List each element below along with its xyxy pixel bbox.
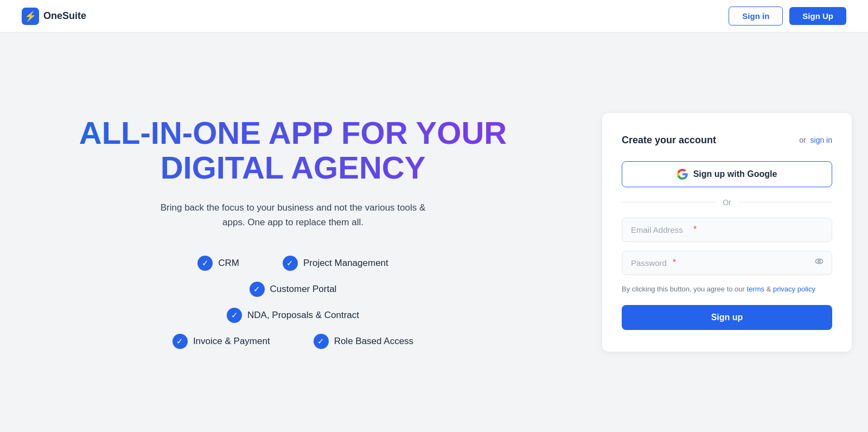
terms-text: By clicking this button, you agree to ou… [622,284,832,295]
feature-row-4: ✓ Invoice & Payment ✓ Role Based Access [173,334,413,349]
feature-label-crm: CRM [218,258,239,269]
hero-subtitle: Bring back the focus to your business an… [152,200,434,230]
divider: Or [622,198,832,207]
feature-nda: ✓ NDA, Proposals & Contract [227,308,359,323]
feature-crm: ✓ CRM [197,256,239,271]
left-section: ALL-IN-ONE APP FOR YOUR DIGITAL AGENCY B… [0,33,586,432]
terms-link[interactable]: terms [747,285,765,293]
check-icon: ✓ [173,334,188,349]
check-icon: ✓ [197,256,213,271]
signup-form-button[interactable]: Sign up [622,305,832,330]
google-signup-button[interactable]: Sign up with Google [622,161,832,187]
feature-label-nda: NDA, Proposals & Contract [247,310,359,321]
divider-line-left [622,202,716,202]
features-grid: ✓ CRM ✓ Project Management ✓ Customer Po… [43,256,542,349]
signup-nav-button[interactable]: Sign Up [789,7,846,25]
password-input[interactable] [622,251,832,275]
right-section: Create your account or sign in Sign up [586,33,868,432]
divider-text: Or [723,198,731,207]
form-signin-link: or sign in [799,136,832,144]
logo[interactable]: ⚡ OneSuite [22,8,86,25]
privacy-link[interactable]: privacy policy [773,285,815,293]
logo-icon: ⚡ [22,8,39,25]
signin-button[interactable]: Sign in [729,7,783,26]
email-input-group: * [622,218,832,242]
google-button-label: Sign up with Google [693,169,777,179]
google-icon [677,169,688,180]
form-card: Create your account or sign in Sign up [602,113,852,352]
form-title: Create your account [622,135,716,146]
feature-role-based: ✓ Role Based Access [314,334,413,349]
main: ALL-IN-ONE APP FOR YOUR DIGITAL AGENCY B… [0,33,868,432]
form-header: Create your account or sign in [622,135,832,146]
feature-row-1: ✓ CRM ✓ Project Management [197,256,388,271]
feature-label-pm: Project Management [303,258,388,269]
feature-label-role: Role Based Access [334,336,413,347]
hero-title: ALL-IN-ONE APP FOR YOUR DIGITAL AGENCY [79,116,507,185]
feature-label-invoice: Invoice & Payment [193,336,270,347]
feature-row-3: ✓ NDA, Proposals & Contract [227,308,359,323]
email-input[interactable] [622,218,832,242]
check-icon: ✓ [283,256,298,271]
form-signin-anchor[interactable]: sign in [810,136,832,144]
feature-invoice: ✓ Invoice & Payment [173,334,270,349]
check-icon: ✓ [314,334,329,349]
password-input-group: * [622,251,832,275]
eye-icon[interactable] [814,256,825,270]
password-required-marker: * [673,258,676,268]
feature-row-2: ✓ Customer Portal [250,282,337,297]
header: ⚡ OneSuite Sign in Sign Up [0,0,868,33]
svg-point-1 [818,261,820,263]
divider-line-right [738,202,832,202]
check-icon: ✓ [227,308,242,323]
header-nav: Sign in Sign Up [729,7,846,26]
email-required-marker: * [693,225,697,234]
feature-label-cp: Customer Portal [270,284,337,295]
check-icon: ✓ [250,282,265,297]
feature-customer-portal: ✓ Customer Portal [250,282,337,297]
logo-text: OneSuite [43,10,86,22]
feature-project-management: ✓ Project Management [283,256,388,271]
